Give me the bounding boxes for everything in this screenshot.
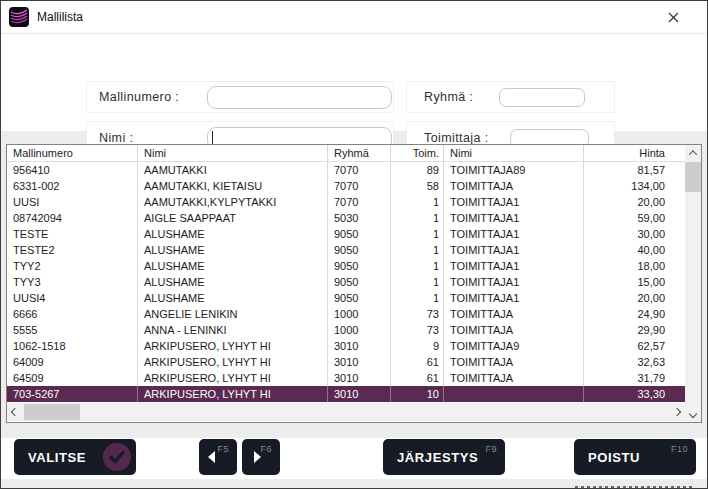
cell-toimittaja-nimi: TOIMITTAJA1 — [444, 194, 584, 210]
cell-toimittaja-nimi: TOIMITTAJA1 — [444, 242, 584, 258]
cell-toim: 73 — [391, 322, 444, 338]
scroll-left-button[interactable] — [7, 404, 23, 420]
chevron-left-icon — [11, 408, 19, 416]
table-row[interactable]: UUSIAAMUTAKKI,KYLPYTAKKI70701TOIMITTAJA1… — [7, 194, 685, 210]
chevron-up-icon — [689, 150, 697, 158]
cell-hinta: 15,00 — [584, 274, 685, 290]
cell-nimi: ALUSHAME — [138, 226, 328, 242]
cell-hinta: 40,00 — [584, 242, 685, 258]
cell-mallinumero: 64509 — [7, 370, 138, 386]
cell-nimi: ALUSHAME — [138, 274, 328, 290]
close-button[interactable] — [651, 1, 695, 33]
cell-hinta: 33,30 — [584, 386, 685, 402]
cell-nimi: ARKIPUSERO, LYHYT HI — [138, 370, 328, 386]
cell-mallinumero: 08742094 — [7, 210, 138, 226]
cell-mallinumero: 5555 — [7, 322, 138, 338]
col-header-toim[interactable]: Toim. — [391, 145, 444, 161]
cell-toimittaja-nimi: TOIMITTAJA — [444, 354, 584, 370]
valitse-label: VALITSE — [28, 450, 86, 465]
cell-toim: 1 — [391, 226, 444, 242]
window-title: Mallilista — [37, 1, 83, 34]
app-logo-icon — [9, 7, 29, 27]
table-row[interactable]: 64009ARKIPUSERO, LYHYT HI301061TOIMITTAJ… — [7, 354, 685, 370]
scroll-up-button[interactable] — [685, 145, 701, 161]
cell-ryhma: 5030 — [328, 210, 391, 226]
table-row[interactable]: 703-5267ARKIPUSERO, LYHYT HI30101033,30 — [7, 386, 685, 402]
table-row[interactable]: UUSI4ALUSHAME90501TOIMITTAJA120,00 — [7, 290, 685, 306]
table-row[interactable]: 08742094AIGLE SAAPPAAT50301TOIMITTAJA159… — [7, 210, 685, 226]
previous-button[interactable]: F5 — [199, 439, 237, 475]
next-button[interactable]: F6 — [242, 439, 280, 475]
ryhma-input[interactable] — [499, 88, 585, 107]
hscroll-thumb[interactable] — [24, 404, 80, 420]
chevron-down-icon — [689, 410, 697, 418]
cell-mallinumero: UUSI4 — [7, 290, 138, 306]
cell-toim: 1 — [391, 274, 444, 290]
cell-toimittaja-nimi — [444, 386, 584, 402]
vertical-scrollbar[interactable] — [685, 145, 701, 422]
mallinumero-label: Mallinumero : — [99, 82, 179, 112]
jarjestys-fkey-label: F9 — [485, 444, 497, 454]
cell-toimittaja-nimi: TOIMITTAJA89 — [444, 162, 584, 178]
cell-hinta: 29,90 — [584, 322, 685, 338]
horizontal-scrollbar[interactable] — [7, 403, 685, 421]
cell-mallinumero: TESTE2 — [7, 242, 138, 258]
vscroll-thumb[interactable] — [685, 162, 701, 192]
cell-nimi: AAMUTAKKI,KYLPYTAKKI — [138, 194, 328, 210]
table-row[interactable]: 6666ANGELIE LENIKIN100073TOIMITTAJA24,90 — [7, 306, 685, 322]
table-row[interactable]: TYY3ALUSHAME90501TOIMITTAJA115,00 — [7, 274, 685, 290]
cell-mallinumero: 6331-002 — [7, 178, 138, 194]
scroll-right-button[interactable] — [669, 404, 685, 420]
col-header-toimittaja-nimi[interactable]: Nimi — [444, 145, 584, 161]
cell-toim: 89 — [391, 162, 444, 178]
cell-ryhma: 3010 — [328, 338, 391, 354]
table-row[interactable]: TESTEALUSHAME90501TOIMITTAJA130,00 — [7, 226, 685, 242]
cell-ryhma: 7070 — [328, 178, 391, 194]
cell-mallinumero: TESTE — [7, 226, 138, 242]
cell-toimittaja-nimi: TOIMITTAJA1 — [444, 210, 584, 226]
col-header-nimi[interactable]: Nimi — [138, 145, 328, 161]
next-fkey-label: F6 — [260, 444, 272, 454]
cell-hinta: 18,00 — [584, 258, 685, 274]
cell-ryhma: 1000 — [328, 306, 391, 322]
cell-hinta: 32,63 — [584, 354, 685, 370]
table-row[interactable]: TESTE2ALUSHAME90501TOIMITTAJA140,00 — [7, 242, 685, 258]
cell-toim: 61 — [391, 354, 444, 370]
cell-ryhma: 7070 — [328, 162, 391, 178]
mallinumero-input[interactable] — [207, 86, 392, 109]
cell-ryhma: 3010 — [328, 386, 391, 402]
cell-toimittaja-nimi: TOIMITTAJA — [444, 370, 584, 386]
cell-hinta: 134,00 — [584, 178, 685, 194]
cell-nimi: AAMUTAKKI — [138, 162, 328, 178]
table-row[interactable]: 1062-1518ARKIPUSERO, LYHYT HI30109TOIMIT… — [7, 338, 685, 354]
cell-toimittaja-nimi: TOIMITTAJA1 — [444, 274, 584, 290]
cell-ryhma: 9050 — [328, 258, 391, 274]
cell-mallinumero: TYY3 — [7, 274, 138, 290]
cell-mallinumero: 64009 — [7, 354, 138, 370]
cell-hinta: 81,57 — [584, 162, 685, 178]
close-icon — [668, 12, 679, 23]
search-form: Mallinumero : Ryhmä : Nimi : Toimittaja … — [1, 34, 707, 131]
cell-hinta: 20,00 — [584, 194, 685, 210]
triangle-left-icon — [208, 451, 215, 463]
model-table: Mallinumero Nimi Ryhmä Toim. Nimi Hinta … — [6, 144, 702, 423]
cell-mallinumero: 703-5267 — [7, 386, 138, 402]
cell-ryhma: 3010 — [328, 354, 391, 370]
table-row[interactable]: 956410AAMUTAKKI707089TOIMITTAJA8981,57 — [7, 162, 685, 178]
cell-mallinumero: 956410 — [7, 162, 138, 178]
table-row[interactable]: 64509ARKIPUSERO, LYHYT HI301061TOIMITTAJ… — [7, 370, 685, 386]
valitse-button[interactable]: VALITSE — [14, 439, 136, 475]
poistu-button[interactable]: POISTU F10 — [574, 439, 696, 475]
table-row[interactable]: TYY2ALUSHAME90501TOIMITTAJA118,00 — [7, 258, 685, 274]
scroll-down-button[interactable] — [685, 406, 701, 422]
cell-nimi: ALUSHAME — [138, 258, 328, 274]
col-header-hinta[interactable]: Hinta — [584, 145, 685, 161]
table-row[interactable]: 6331-002AAMUTAKKI, KIETAISU707058TOIMITT… — [7, 178, 685, 194]
jarjestys-button[interactable]: JÄRJESTYS F9 — [383, 439, 505, 475]
cell-toimittaja-nimi: TOIMITTAJA — [444, 178, 584, 194]
cell-toim: 61 — [391, 370, 444, 386]
table-row[interactable]: 5555ANNA - LENINKI100073TOIMITTAJA29,90 — [7, 322, 685, 338]
col-header-ryhma[interactable]: Ryhmä — [328, 145, 391, 161]
mallilista-window: Mallilista Mallinumero : Ryhmä : Nimi : … — [0, 0, 708, 489]
col-header-mallinumero[interactable]: Mallinumero — [7, 145, 138, 161]
